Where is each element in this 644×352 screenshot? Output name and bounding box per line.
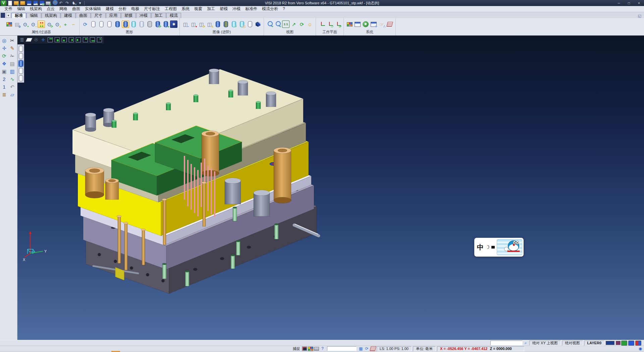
zoom-dynamic-icon[interactable]: ↗ [290,20,298,28]
update-display-icon[interactable]: ⟳ [154,20,161,28]
window-config-icon[interactable]: ✛ [370,20,377,28]
hide-entities-icon[interactable]: ⊙− [30,20,37,28]
color-table-icon[interactable] [346,20,353,28]
zoom-window-icon[interactable]: + [266,20,273,28]
workplane-align-icon[interactable]: ▱ [326,20,333,28]
print-icon[interactable]: ▸ [45,0,51,6]
convert-display-icon[interactable]: ▸ [162,20,169,28]
maximize-button[interactable]: □ [624,0,634,6]
menu-item-14[interactable]: 加工 [205,6,217,12]
toolbar-more-icon[interactable]: ▾ [77,0,83,6]
view-mode-segment[interactable]: 绝对 XY 上视图 [529,341,561,346]
minimize-button[interactable]: ─ [614,0,624,6]
notes-icon[interactable]: ▤ [9,60,16,67]
tab-7[interactable]: 塑膜 [121,13,136,18]
units-segment[interactable]: 单位: 毫米 [413,346,436,351]
workplane-rotate-icon[interactable]: ⟳ [334,20,341,28]
redo-icon[interactable]: ↷ [64,0,70,6]
viewport-3d[interactable]: ☰☉✛ [17,36,644,340]
tab-5[interactable]: 尺寸 [91,13,106,18]
menu-item-10[interactable]: 尺寸标注 [142,6,162,12]
move-icon[interactable]: ✛ [1,44,8,52]
solid-select-icon[interactable]: ◫✂ [182,20,189,28]
preview-icon[interactable] [52,0,57,6]
new-document-icon[interactable] [7,0,13,6]
solid-shaded-icon[interactable] [214,20,221,28]
tab-menu-button[interactable]: ▼ [6,13,11,18]
absolute-view-segment[interactable]: 绝对视图 [562,341,583,346]
transform-icon[interactable]: ❖ [1,60,8,67]
save-as-icon[interactable]: ✎ [33,0,38,6]
tab-9[interactable]: 加工 [151,13,166,18]
tab-8[interactable]: 冲模 [136,13,151,18]
refresh-status-icon[interactable]: ⟳ [364,346,370,351]
show-all-icon[interactable]: + [62,20,69,28]
menu-item-2[interactable]: 线架构 [28,6,44,12]
snap-points-icon[interactable]: ☞∴ [378,20,385,28]
ime-mode-label[interactable]: 中 [477,243,484,252]
hidden-line-display-icon[interactable] [98,20,105,28]
print-toggle-icon[interactable] [314,346,320,351]
spline-icon[interactable]: ∿ [9,75,16,83]
copy-entity-icon[interactable]: ▱ [9,91,16,98]
menu-item-19[interactable]: ? [280,6,287,12]
close-button[interactable]: × [634,0,644,6]
search-input[interactable] [490,341,523,345]
shaded-edge-display-icon[interactable] [122,20,129,28]
ime-fullwidth-icon[interactable]: ☽ [485,244,490,250]
tab-1[interactable]: 编辑 [26,13,41,18]
snap-grid-icon[interactable]: ▦ [358,346,364,351]
menu-item-15[interactable]: 塑模 [217,6,230,12]
tab-0[interactable]: 标准 [11,13,26,18]
flat-display-icon[interactable] [138,20,145,28]
rotate-icon[interactable]: ⟳ [1,52,8,59]
attribute-modify-icon[interactable] [5,20,13,28]
layers-icon[interactable]: ▥ [9,68,16,75]
system-config-icon[interactable]: ✱ [362,20,369,28]
tab-4[interactable]: 曲面 [76,13,91,18]
tab-2[interactable]: 线架构 [42,13,60,18]
solid-wireframe-icon[interactable] [246,20,254,28]
ime-bar[interactable]: 中 ☽ [474,238,524,257]
menu-item-1[interactable]: 编辑 [15,6,28,12]
menu-item-13[interactable]: 视窗 [192,6,205,12]
attribute-copy-icon[interactable]: ▤⊙ [13,20,21,28]
invert-visibility-icon[interactable]: ⊙± [54,20,61,28]
menu-item-3[interactable]: 点云 [44,6,57,12]
secondary-color-swatch[interactable] [616,341,621,345]
redraw-icon[interactable]: ⟳ [82,20,89,28]
tab-6[interactable]: 应用 [106,13,121,18]
screen-toggle-icon[interactable] [302,346,308,351]
colors-mini-icon[interactable] [635,341,641,346]
views-mini-icon[interactable] [628,341,634,346]
wireframe-display-icon[interactable] [90,20,97,28]
command-input[interactable] [327,346,357,351]
undo-curve-icon[interactable]: ↶ [9,83,16,90]
display-settings-icon[interactable] [354,20,361,28]
menu-item-6[interactable]: 实体编辑 [83,6,103,12]
shading-smiley-icon[interactable]: ☺ [306,20,314,28]
solid-copy-icon[interactable]: ◳ [238,20,246,28]
child-window-icon[interactable]: ◱ [638,14,641,18]
menu-item-16[interactable]: 冲模 [230,6,243,12]
refresh-visibility-icon[interactable]: ⊙⟳ [46,20,53,28]
tab-10[interactable]: 模流 [166,13,181,18]
solid-filter-icon[interactable]: ◫● [190,20,197,28]
sketch-icon[interactable]: ✎ [9,44,16,52]
hide-all-icon[interactable]: − [70,20,77,28]
zoom-actual-icon[interactable]: 1:1 [282,20,289,28]
solid-refresh-icon[interactable]: ◫⟳ [198,20,205,28]
layer-segment[interactable]: LAYER0 [584,341,604,346]
dashed-hidden-display-icon[interactable] [106,20,113,28]
menu-item-7[interactable]: 建模 [103,6,116,12]
workplane-set-icon[interactable] [318,20,325,28]
app-logo-icon[interactable]: V [1,0,6,6]
menu-item-9[interactable]: 电极 [129,6,142,12]
menu-item-11[interactable]: 工程图 [162,6,179,12]
menu-item-0[interactable]: 文件 [2,6,15,12]
show-entities-icon[interactable]: ⊙+ [21,20,29,28]
shaded-display-icon[interactable] [114,20,121,28]
undo-icon[interactable]: ↶ [58,0,64,6]
menu-item-12[interactable]: 系统 [179,6,192,12]
info-icon[interactable]: ◉ [637,346,643,351]
